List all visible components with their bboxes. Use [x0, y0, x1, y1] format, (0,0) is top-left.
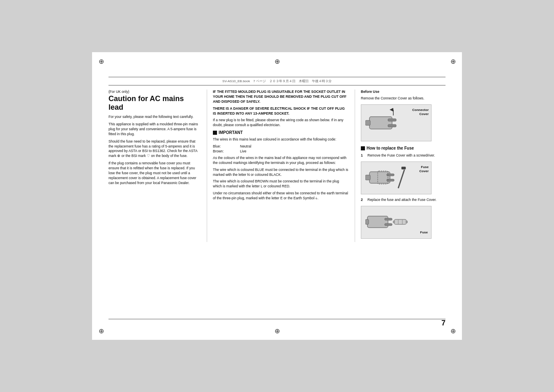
main-heading: Caution for AC mains lead: [108, 95, 200, 112]
svg-rect-16: [394, 219, 406, 224]
step2-text: Replace the fuse and attach the Fuse Cov…: [367, 198, 446, 203]
para3-text: If the plug contains a removable fuse co…: [108, 161, 200, 185]
wiring-row-blue: Blue: Neutral: [213, 144, 349, 149]
fuse-cover-image: FuseCover: [361, 161, 432, 194]
svg-rect-1: [365, 120, 370, 125]
fuse-label: Fuse: [420, 231, 428, 235]
wiring-row-brown: Brown: Live: [213, 149, 349, 154]
svg-rect-6: [365, 175, 370, 180]
how-to-replace-label: How to replace the Fuse: [367, 145, 414, 151]
svg-rect-13: [365, 219, 369, 224]
square-icon-2: [361, 146, 365, 150]
connector-cover-image: ConnectorCover: [361, 104, 432, 141]
connector-cover-label: ConnectorCover: [412, 108, 429, 117]
fuse-svg: [365, 208, 419, 237]
svg-rect-17: [393, 221, 395, 223]
svg-rect-18: [406, 221, 408, 223]
intro-text: For your safety, please read the followi…: [108, 115, 200, 120]
reg-mark-tr: ⊕: [449, 57, 457, 65]
reg-mark-bl: ⊕: [97, 327, 105, 335]
header-text: SV-AS10_EB.book 7 ページ ２０３年９月４日 木曜日 午後４時３…: [108, 79, 446, 85]
wiring-color-brown: Brown:: [213, 149, 233, 154]
wiring-table: Blue: Neutral Brown: Live: [213, 144, 349, 154]
before-use-text: Remove the Connector Cover as follows.: [361, 96, 446, 101]
connector-plug-svg: [365, 106, 406, 139]
step1-number: 1: [361, 153, 365, 158]
step2-number: 2: [361, 198, 365, 203]
fuse-image: Fuse: [361, 206, 432, 239]
bottom-line: [108, 319, 446, 319]
step1-text: Remove the Fuse Cover with a screwdriver…: [367, 153, 446, 158]
svg-rect-3: [388, 125, 396, 127]
square-icon: [213, 131, 217, 135]
para-earth: Under no circumstances should either of …: [213, 191, 349, 201]
reg-mark-bm: ⊕: [273, 327, 281, 335]
important-label: IMPORTANT: [219, 130, 243, 136]
para-blue: The wire which is coloured BLUE must be …: [213, 168, 349, 178]
para1-text: This appliance is supplied with a moulde…: [108, 122, 200, 137]
right-column: Before Use Remove the Connector Cover as…: [355, 90, 446, 242]
step1-row: 1 Remove the Fuse Cover with a screwdriv…: [361, 153, 446, 158]
svg-rect-5: [369, 172, 390, 183]
reg-mark-br: ⊕: [449, 327, 457, 335]
wiring-color-blue: Blue:: [213, 144, 233, 149]
for-uk-label: (For UK only): [108, 90, 200, 95]
svg-rect-2: [388, 119, 396, 121]
fuse-cover-svg: [365, 164, 411, 192]
reg-mark-tm: ⊕: [273, 57, 281, 65]
how-to-replace-heading: How to replace the Fuse: [361, 145, 446, 151]
mid-para2: THERE IS A DANGER OF SEVERE ELECTRICAL S…: [213, 106, 349, 116]
wiring-code-live: Live: [240, 149, 247, 154]
left-column: (For UK only) Caution for AC mains lead …: [108, 90, 207, 242]
svg-rect-15: [385, 224, 392, 226]
reg-mark-tl: ⊕: [97, 57, 105, 65]
svg-line-9: [398, 170, 404, 188]
before-use-heading: Before Use: [361, 90, 446, 95]
svg-rect-14: [385, 218, 392, 220]
wiring-code-neutral: Neutral: [240, 144, 251, 149]
important-intro: The wires in this mains lead are coloure…: [213, 137, 349, 142]
mid-para3: If a new plug is to be fitted, please ob…: [213, 118, 349, 128]
svg-rect-10: [402, 167, 406, 169]
step2-row: 2 Replace the fuse and attach the Fuse C…: [361, 198, 446, 203]
page-number: 7: [441, 319, 446, 327]
mid-para1: IF THE FITTED MOULDED PLUG IS UNSUITABLE…: [213, 90, 349, 104]
svg-rect-0: [369, 117, 392, 129]
fuse-cover-label: FuseCover: [419, 165, 429, 174]
middle-column: IF THE FITTED MOULDED PLUG IS UNSUITABLE…: [207, 90, 355, 242]
para2-text: Should the fuse need to be replaced, ple…: [108, 139, 200, 159]
para-brown: The wire which is coloured BROWN must be…: [213, 179, 349, 189]
para-as: As the colours of the wires in the mains…: [213, 156, 349, 166]
svg-rect-12: [367, 216, 388, 228]
important-heading: IMPORTANT: [213, 130, 349, 136]
